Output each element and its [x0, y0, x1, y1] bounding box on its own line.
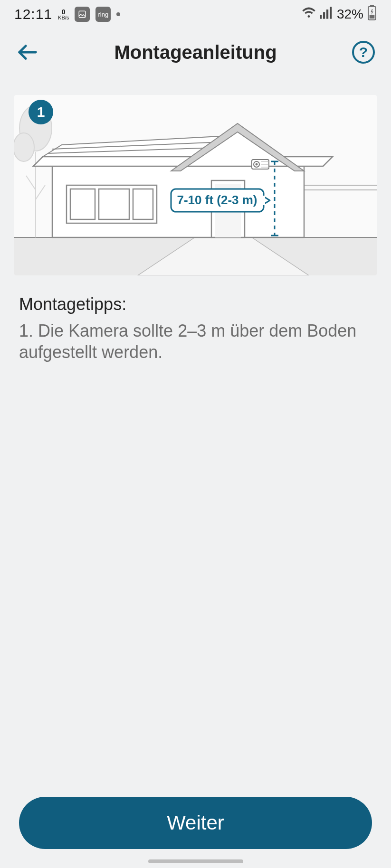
svg-rect-0: [79, 11, 86, 18]
svg-text:7-10 ft (2-3 m): 7-10 ft (2-3 m): [177, 193, 257, 207]
house-diagram-icon: 7-10 ft (2-3 m): [14, 95, 377, 275]
svg-rect-2: [323, 12, 325, 19]
battery-text: 32%: [337, 7, 363, 22]
ring-app-icon: ring: [95, 7, 111, 22]
app-header: Montageanleitung ?: [0, 28, 391, 76]
camera-icon: [252, 160, 269, 169]
svg-point-35: [256, 163, 258, 166]
svg-line-19: [36, 185, 45, 199]
gallery-icon: [75, 7, 90, 22]
svg-rect-28: [70, 189, 95, 219]
svg-rect-7: [370, 15, 375, 19]
step-number-badge: 1: [29, 100, 53, 124]
signal-icon: [320, 7, 333, 22]
status-left: 12:11 0 KB/s ring: [14, 6, 120, 22]
gesture-bar[interactable]: [148, 859, 243, 863]
status-bar: 12:11 0 KB/s ring 32%: [0, 0, 391, 28]
svg-rect-4: [330, 7, 332, 19]
tip-item-1: 1. Die Kamera sollte 2–3 m über dem Bode…: [19, 320, 372, 363]
back-button[interactable]: [14, 39, 41, 66]
help-icon: ?: [352, 41, 375, 64]
svg-rect-30: [133, 189, 153, 219]
status-right: 32%: [302, 5, 377, 24]
page-title: Montageanleitung: [41, 42, 350, 63]
notification-dot-icon: [116, 12, 120, 16]
arrow-left-icon: [17, 41, 38, 63]
svg-rect-3: [326, 9, 328, 19]
height-label: 7-10 ft (2-3 m): [171, 189, 270, 212]
instruction-illustration: 1: [14, 95, 377, 275]
svg-point-16: [14, 133, 34, 161]
battery-icon: [367, 5, 377, 24]
continue-button[interactable]: Weiter: [19, 797, 372, 849]
network-speed: 0 KB/s: [58, 9, 69, 20]
svg-rect-44: [261, 196, 265, 205]
tips-heading: Montagetipps:: [19, 294, 372, 314]
footer: Weiter: [0, 797, 391, 849]
svg-line-18: [26, 176, 36, 190]
status-time: 12:11: [14, 6, 52, 22]
svg-rect-1: [320, 15, 322, 19]
svg-rect-29: [99, 189, 129, 219]
content-area: Montagetipps: 1. Die Kamera sollte 2–3 m…: [0, 275, 391, 363]
help-button[interactable]: ?: [350, 39, 377, 66]
wifi-icon: [302, 7, 316, 22]
